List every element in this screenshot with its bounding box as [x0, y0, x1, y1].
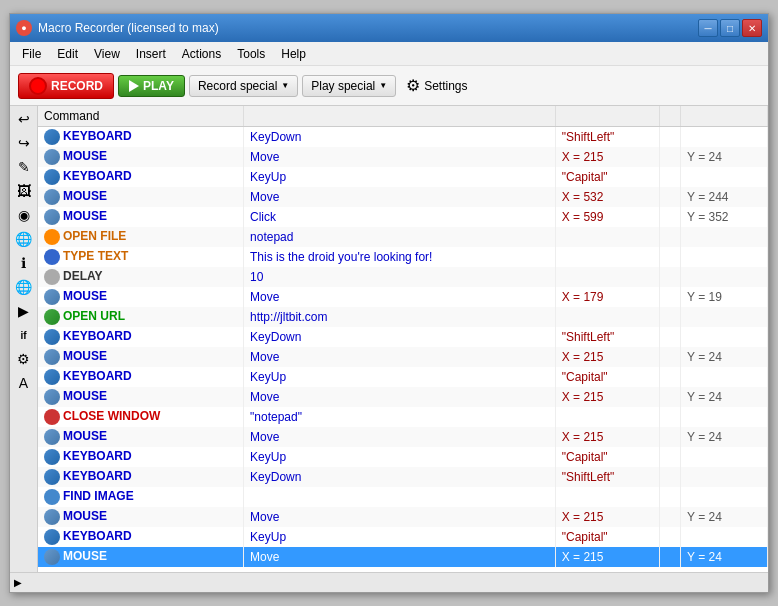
menu-help[interactable]: Help — [273, 45, 314, 63]
cmd-param1: KeyUp — [244, 167, 556, 187]
command-table[interactable]: Command KEYBOARD KeyDown "ShiftLeft" MOU… — [38, 106, 768, 572]
cmd-param1: KeyUp — [244, 447, 556, 467]
side-image-icon[interactable]: 🖼 — [13, 180, 35, 202]
side-info-icon[interactable]: ℹ — [13, 252, 35, 274]
cmd-param3 — [660, 427, 681, 447]
cmd-param2 — [555, 267, 660, 287]
cmd-name: MOUSE — [38, 427, 244, 447]
cmd-name: KEYBOARD — [38, 447, 244, 467]
column-p3 — [660, 106, 681, 127]
table-row[interactable]: MOUSE Move X = 215 Y = 24 — [38, 427, 768, 447]
settings-button[interactable]: ⚙ Settings — [400, 73, 473, 98]
table-row[interactable]: MOUSE Click X = 599 Y = 352 — [38, 207, 768, 227]
table-row[interactable]: TYPE TEXT This is the droid you're looki… — [38, 247, 768, 267]
table-row[interactable]: FIND IMAGE — [38, 487, 768, 507]
table-row[interactable]: KEYBOARD KeyUp "Capital" — [38, 527, 768, 547]
cmd-param3 — [660, 247, 681, 267]
side-redo-icon[interactable]: ↪ — [13, 132, 35, 154]
table-row[interactable]: MOUSE Move X = 215 Y = 24 — [38, 387, 768, 407]
status-arrow-icon[interactable]: ▶ — [14, 577, 22, 588]
record-special-button[interactable]: Record special ▼ — [189, 75, 298, 97]
side-undo-icon[interactable]: ↩ — [13, 108, 35, 130]
side-play-icon[interactable]: ▶ — [13, 300, 35, 322]
cmd-param1 — [244, 487, 556, 507]
cmd-param4 — [681, 127, 768, 148]
table-row[interactable]: OPEN FILE notepad — [38, 227, 768, 247]
side-text-icon[interactable]: A — [13, 372, 35, 394]
menu-file[interactable]: File — [14, 45, 49, 63]
cmd-name: KEYBOARD — [38, 527, 244, 547]
cmd-param1: 10 — [244, 267, 556, 287]
record-button[interactable]: RECORD — [18, 73, 114, 99]
menu-tools[interactable]: Tools — [229, 45, 273, 63]
table-row[interactable]: MOUSE Move X = 215 Y = 24 — [38, 547, 768, 567]
minimize-button[interactable]: ─ — [698, 19, 718, 37]
side-edit-icon[interactable]: ✎ — [13, 156, 35, 178]
cmd-name: MOUSE — [38, 287, 244, 307]
settings-label: Settings — [424, 79, 467, 93]
cmd-param1: KeyDown — [244, 327, 556, 347]
cmd-param1: http://jltbit.com — [244, 307, 556, 327]
table-row[interactable]: MOUSE Move X = 215 Y = 24 — [38, 347, 768, 367]
side-globe-icon[interactable]: 🌐 — [13, 228, 35, 250]
cmd-name: MOUSE — [38, 347, 244, 367]
play-special-button[interactable]: Play special ▼ — [302, 75, 396, 97]
side-if-icon[interactable]: if — [13, 324, 35, 346]
cmd-param1: notepad — [244, 227, 556, 247]
table-row[interactable]: KEYBOARD KeyUp "Capital" — [38, 447, 768, 467]
cmd-param4 — [681, 307, 768, 327]
menu-view[interactable]: View — [86, 45, 128, 63]
cmd-icon — [44, 149, 60, 165]
gear-icon: ⚙ — [406, 76, 420, 95]
left-panel: ↩ ↪ ✎ 🖼 ◉ 🌐 ℹ 🌐 ▶ if ⚙ A — [10, 106, 38, 572]
cmd-param4 — [681, 227, 768, 247]
close-button[interactable]: ✕ — [742, 19, 762, 37]
window-title: Macro Recorder (licensed to max) — [38, 21, 219, 35]
menu-edit[interactable]: Edit — [49, 45, 86, 63]
cmd-param3 — [660, 187, 681, 207]
cmd-icon — [44, 329, 60, 345]
cmd-param3 — [660, 207, 681, 227]
title-bar: ● Macro Recorder (licensed to max) ─ □ ✕ — [10, 14, 768, 42]
cmd-param4 — [681, 247, 768, 267]
cmd-name: CLOSE WINDOW — [38, 407, 244, 427]
cmd-param2: "ShiftLeft" — [555, 127, 660, 148]
menu-actions[interactable]: Actions — [174, 45, 229, 63]
cmd-name: OPEN FILE — [38, 227, 244, 247]
menu-insert[interactable]: Insert — [128, 45, 174, 63]
cmd-param4 — [681, 527, 768, 547]
cmd-param4: Y = 24 — [681, 507, 768, 527]
table-row[interactable]: KEYBOARD KeyUp "Capital" — [38, 367, 768, 387]
table-row[interactable]: DELAY 10 — [38, 267, 768, 287]
cmd-param4 — [681, 167, 768, 187]
cmd-param3 — [660, 287, 681, 307]
cmd-icon — [44, 409, 60, 425]
table-row[interactable]: MOUSE Move X = 215 Y = 24 — [38, 147, 768, 167]
cmd-param1: Move — [244, 387, 556, 407]
cmd-param2: "Capital" — [555, 527, 660, 547]
table-row[interactable]: MOUSE Move X = 179 Y = 19 — [38, 287, 768, 307]
record-label: RECORD — [51, 79, 103, 93]
table-row[interactable]: KEYBOARD KeyDown "ShiftLeft" — [38, 467, 768, 487]
table-row[interactable]: CLOSE WINDOW "notepad" — [38, 407, 768, 427]
table-row[interactable]: OPEN URL http://jltbit.com — [38, 307, 768, 327]
play-label: PLAY — [143, 79, 174, 93]
play-button[interactable]: PLAY — [118, 75, 185, 97]
side-globe2-icon[interactable]: 🌐 — [13, 276, 35, 298]
cmd-param2: X = 215 — [555, 427, 660, 447]
cmd-icon — [44, 309, 60, 325]
cmd-param3 — [660, 387, 681, 407]
cmd-param4 — [681, 487, 768, 507]
table-row[interactable]: KEYBOARD KeyDown "ShiftLeft" — [38, 127, 768, 148]
side-record-icon[interactable]: ◉ — [13, 204, 35, 226]
table-row[interactable]: MOUSE Move X = 215 Y = 24 — [38, 507, 768, 527]
maximize-button[interactable]: □ — [720, 19, 740, 37]
table-row[interactable]: MOUSE Move X = 532 Y = 244 — [38, 187, 768, 207]
side-gear-icon[interactable]: ⚙ — [13, 348, 35, 370]
table-row[interactable]: KEYBOARD KeyUp "Capital" — [38, 167, 768, 187]
cmd-icon — [44, 189, 60, 205]
cmd-param4: Y = 352 — [681, 207, 768, 227]
table-row[interactable]: KEYBOARD KeyDown "ShiftLeft" — [38, 327, 768, 347]
cmd-icon — [44, 429, 60, 445]
cmd-name: FIND IMAGE — [38, 487, 244, 507]
